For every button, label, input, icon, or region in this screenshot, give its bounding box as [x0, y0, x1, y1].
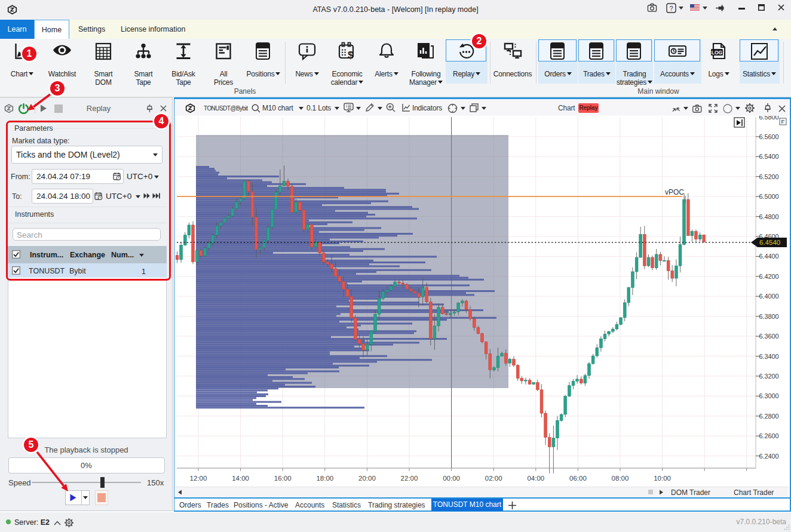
svg-text:00:00: 00:00 — [443, 475, 460, 482]
svg-text:20:00: 20:00 — [358, 475, 376, 482]
svg-text:22:00: 22:00 — [401, 475, 418, 482]
svg-text:6.2800: 6.2800 — [759, 413, 779, 420]
svg-text:6.5800: 6.5800 — [759, 116, 779, 121]
svg-text:04:00: 04:00 — [527, 475, 544, 482]
svg-text:6.2600: 6.2600 — [759, 432, 779, 439]
svg-text:6.4400: 6.4400 — [759, 253, 779, 260]
svg-text:12:00: 12:00 — [190, 475, 207, 482]
svg-text:6.3200: 6.3200 — [759, 373, 779, 380]
svg-text:F: F — [781, 118, 785, 125]
svg-text:6.2400: 6.2400 — [759, 453, 779, 460]
svg-text:LOG: LOG — [712, 50, 723, 56]
svg-text:6.4540: 6.4540 — [759, 239, 780, 246]
svg-text:6.5200: 6.5200 — [759, 173, 779, 180]
svg-text:6.3400: 6.3400 — [759, 353, 779, 360]
svg-text:6.3600: 6.3600 — [759, 333, 779, 340]
svg-text:vPOC: vPOC — [665, 188, 684, 196]
svg-text:14:00: 14:00 — [232, 475, 249, 482]
svg-text:06:00: 06:00 — [569, 475, 587, 482]
svg-text:6.4000: 6.4000 — [759, 293, 779, 300]
svg-text:6.4800: 6.4800 — [759, 213, 779, 220]
svg-text:6.4200: 6.4200 — [759, 273, 779, 280]
svg-text:6.5400: 6.5400 — [759, 153, 779, 160]
svg-text:$: $ — [348, 50, 354, 61]
svg-text:6.5000: 6.5000 — [759, 193, 779, 200]
svg-text:18:00: 18:00 — [316, 475, 333, 482]
svg-text:16:00: 16:00 — [274, 475, 292, 482]
svg-text:?: ? — [669, 5, 673, 12]
svg-text:6.3800: 6.3800 — [759, 313, 779, 320]
svg-text:08:00: 08:00 — [612, 475, 629, 482]
svg-text:6.3000: 6.3000 — [759, 392, 779, 399]
svg-text:6.5600: 6.5600 — [759, 133, 779, 140]
svg-text:02:00: 02:00 — [485, 475, 502, 482]
svg-text:10:00: 10:00 — [654, 475, 671, 482]
